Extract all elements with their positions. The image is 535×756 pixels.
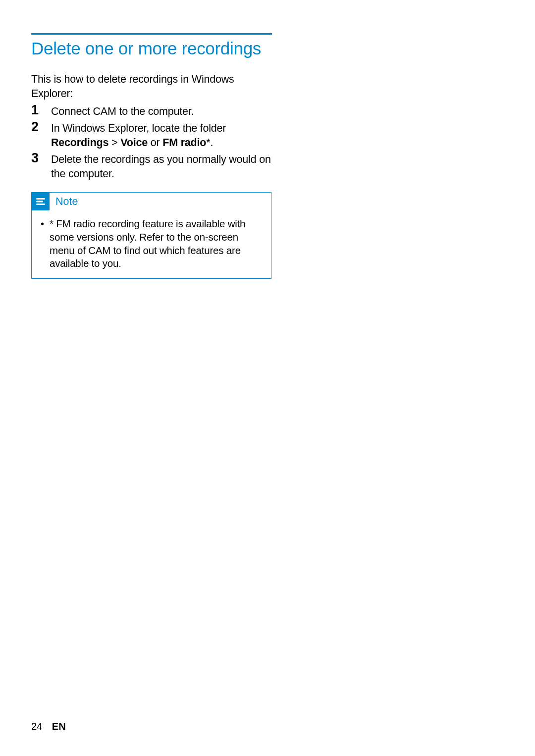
section-rule xyxy=(31,33,272,35)
step-text: In Windows Explorer, locate the folder R… xyxy=(51,120,272,150)
page-footer: 24 EN xyxy=(31,721,66,732)
step-item: 3 Delete the recordings as you normally … xyxy=(31,151,272,181)
intro-text: This is how to delete recordings in Wind… xyxy=(31,72,272,101)
page-language: EN xyxy=(52,721,66,732)
step-text: Connect CAM to the computer. xyxy=(51,103,194,119)
svg-rect-1 xyxy=(36,201,43,202)
svg-rect-0 xyxy=(36,198,45,200)
svg-rect-2 xyxy=(36,203,45,205)
step-number: 2 xyxy=(31,120,51,135)
step-item: 1 Connect CAM to the computer. xyxy=(31,103,272,119)
section-heading: Delete one or more recordings xyxy=(31,39,272,58)
step-text: Delete the recordings as you normally wo… xyxy=(51,151,272,181)
step-item: 2 In Windows Explorer, locate the folder… xyxy=(31,120,272,150)
step-number: 1 xyxy=(31,103,51,118)
step-number: 3 xyxy=(31,151,51,166)
note-label: Note xyxy=(55,196,78,208)
note-bullet-text: * FM radio recording feature is availabl… xyxy=(50,217,262,270)
bullet-dot: • xyxy=(41,217,50,230)
note-body: • * FM radio recording feature is availa… xyxy=(32,210,271,278)
note-header: Note xyxy=(32,193,271,210)
step-list: 1 Connect CAM to the computer. 2 In Wind… xyxy=(31,103,272,181)
page-number: 24 xyxy=(31,721,42,732)
note-icon xyxy=(32,193,50,210)
note-bullet: • * FM radio recording feature is availa… xyxy=(41,217,262,270)
page-content: Delete one or more recordings This is ho… xyxy=(31,33,272,279)
note-block: Note • * FM radio recording feature is a… xyxy=(31,192,271,279)
